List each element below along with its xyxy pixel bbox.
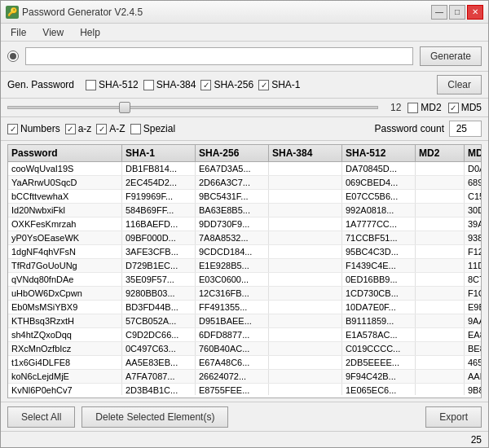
sha384-checkbox[interactable] — [143, 80, 154, 90]
md2-option[interactable]: MD2 — [408, 102, 441, 113]
table-row[interactable]: RXcMnOzfbIcz0C497C63...760B40AC...C019CC… — [8, 342, 481, 356]
table-cell: TfRd7GoUoUNg — [8, 259, 122, 272]
table-cell: 35E09F57... — [122, 273, 196, 286]
table-cell: sh4htZQxoDqq — [8, 328, 122, 341]
sha256-option[interactable]: SHA-256 — [200, 79, 253, 90]
table-row[interactable]: Eb0MsMSiYBX9BD3FD44B...FF491355...10DA7E… — [8, 301, 481, 314]
table-cell: bCCfttvewhaX — [8, 190, 122, 203]
select-all-button[interactable]: Select All — [7, 406, 75, 428]
table-row[interactable]: KTHBsq3RzxtH57CB052A...D951BAEE...B91118… — [8, 314, 481, 328]
minimize-button[interactable]: — — [431, 5, 447, 20]
table-cell — [416, 231, 465, 244]
az-upper-checkbox[interactable] — [96, 124, 107, 134]
table-cell: 8C79B672... — [465, 273, 481, 286]
close-button[interactable]: ✕ — [467, 5, 483, 20]
hash-options-row: Gen. Password SHA-512 SHA-384 SHA-256 SH… — [1, 72, 488, 99]
table-cell — [269, 384, 342, 395]
bottom-bar: Select All Delete Selected Element(s) Ex… — [1, 402, 488, 431]
slider-row: 12 MD2 MD5 — [1, 99, 488, 117]
password-count-input[interactable] — [449, 121, 482, 137]
table-row[interactable]: koN6cLejdMjEA7FA7087...26624072...9F94C4… — [8, 370, 481, 384]
table-cell: E8755FEE... — [196, 384, 269, 395]
table-cell: 689BDF69... — [465, 176, 481, 189]
az-lower-option[interactable]: a-z — [65, 123, 92, 134]
table-body[interactable]: cooWqUvaI19SDB1FB814...E6A7D3A5...DA7084… — [8, 162, 481, 395]
table-row[interactable]: yP0YsOEaseWK09BF000D...7A8A8532...71CCBF… — [8, 231, 481, 245]
table-row[interactable]: OXKFesKmrzah116BAEFD...9DD730F9...1A7777… — [8, 217, 481, 231]
az-upper-option[interactable]: A-Z — [96, 123, 125, 134]
table-row[interactable]: 1dgNF4qhVFsN3AFE3CFB...9CDCD184...95BC4C… — [8, 245, 481, 259]
table-cell: EA82161B... — [465, 328, 481, 341]
table-cell — [416, 190, 465, 203]
maximize-button[interactable]: □ — [449, 5, 465, 20]
az-lower-label: a-z — [78, 123, 92, 134]
table-row[interactable]: sh4htZQxoDqqC9D2DC66...6DFD8877...E1A578… — [8, 328, 481, 342]
table-cell: 9DD730F9... — [196, 217, 269, 231]
table-cell: cooWqUvaI19S — [8, 162, 122, 175]
table-row[interactable]: Id20NwbxiFkl584B69FF...BA63E8B5...992A08… — [8, 204, 481, 217]
table-row[interactable]: uHbOW6DxCpwn9280BB03...12C316FB...1CD730… — [8, 287, 481, 301]
az-lower-checkbox[interactable] — [65, 124, 76, 134]
md5-checkbox[interactable] — [448, 103, 459, 113]
table-row[interactable]: t1x6Gi4DLFE8AA5E83EB...E67A48C6...2DB5EE… — [8, 356, 481, 370]
md5-option[interactable]: MD5 — [448, 102, 482, 113]
table-cell — [416, 259, 465, 272]
slider-thumb[interactable] — [119, 102, 130, 113]
table-cell — [416, 370, 465, 383]
table-cell: 9F94C42B... — [342, 370, 416, 383]
length-slider[interactable] — [7, 106, 378, 109]
table-cell: C9D2DC66... — [122, 328, 196, 341]
spezial-option[interactable]: Spezial — [130, 123, 175, 134]
table-cell: 2DB5EEEE... — [342, 356, 416, 369]
menu-file[interactable]: File — [4, 26, 33, 39]
export-button[interactable]: Export — [425, 406, 482, 428]
clear-button[interactable]: Clear — [437, 75, 482, 94]
table-row[interactable]: cooWqUvaI19SDB1FB814...E6A7D3A5...DA7084… — [8, 162, 481, 176]
numbers-option[interactable]: Numbers — [7, 123, 60, 134]
table-cell: BE831AC... — [465, 342, 481, 355]
status-bar: 25 — [1, 431, 488, 447]
table-cell: YaARrwU0SqcD — [8, 176, 122, 189]
col-sha1: SHA-1 — [122, 145, 196, 161]
gen-password-radio[interactable] — [7, 51, 19, 62]
table-cell: 95BC4C3D... — [342, 245, 416, 258]
table-cell — [269, 356, 342, 369]
table-row[interactable]: TfRd7GoUoUNgD729B1EC...E1E928B5...F1439C… — [8, 259, 481, 273]
menu-view[interactable]: View — [36, 26, 70, 39]
table-cell: 3AFE3CFB... — [122, 245, 196, 258]
password-input[interactable] — [25, 47, 413, 65]
delete-button[interactable]: Delete Selected Element(s) — [82, 406, 228, 428]
md2-checkbox[interactable] — [408, 103, 418, 113]
menu-help[interactable]: Help — [73, 26, 107, 39]
generate-button[interactable]: Generate — [420, 46, 482, 66]
table-cell: 10DA7E0F... — [342, 301, 416, 314]
sha384-option[interactable]: SHA-384 — [143, 79, 196, 90]
table-cell: 0C497C63... — [122, 342, 196, 355]
table-cell — [269, 162, 342, 175]
title-bar: 🔑 Password Generator V2.4.5 — □ ✕ — [1, 1, 488, 24]
sha256-label: SHA-256 — [214, 79, 253, 90]
table-cell: 7A8A8532... — [196, 231, 269, 244]
md2-label: MD2 — [421, 102, 441, 113]
az-upper-label: A-Z — [109, 123, 125, 134]
table-header: Password SHA-1 SHA-256 SHA-384 SHA-512 M… — [8, 145, 481, 162]
table-row[interactable]: YaARrwU0SqcD2EC454D2...2D66A3C7...069CBE… — [8, 176, 481, 190]
table-row[interactable]: bCCfttvewhaXF919969F...9BC5431F...E07CC5… — [8, 190, 481, 204]
spezial-checkbox[interactable] — [130, 124, 141, 134]
sha512-option[interactable]: SHA-512 — [86, 79, 139, 90]
table-cell: OXKFesKmrzah — [8, 217, 122, 231]
numbers-checkbox[interactable] — [7, 124, 18, 134]
table-row[interactable]: qVNdq80fnDAe35E09F57...E03C0600...0ED16B… — [8, 273, 481, 287]
sha1-option[interactable]: SHA-1 — [258, 79, 300, 90]
sha512-label: SHA-512 — [99, 79, 139, 90]
window-title: Password Generator V2.4.5 — [22, 7, 143, 18]
table-cell — [269, 342, 342, 355]
table-cell: AADD3A93... — [465, 370, 481, 383]
password-table: Password SHA-1 SHA-256 SHA-384 SHA-512 M… — [7, 144, 482, 398]
sha1-checkbox[interactable] — [258, 80, 269, 90]
sha512-checkbox[interactable] — [86, 80, 96, 90]
table-cell: 1E065EC6... — [342, 384, 416, 395]
table-row[interactable]: KvNl6P0ehCv72D3B4B1C...E8755FEE...1E065E… — [8, 384, 481, 395]
sha256-checkbox[interactable] — [200, 80, 211, 90]
table-cell — [269, 204, 342, 217]
